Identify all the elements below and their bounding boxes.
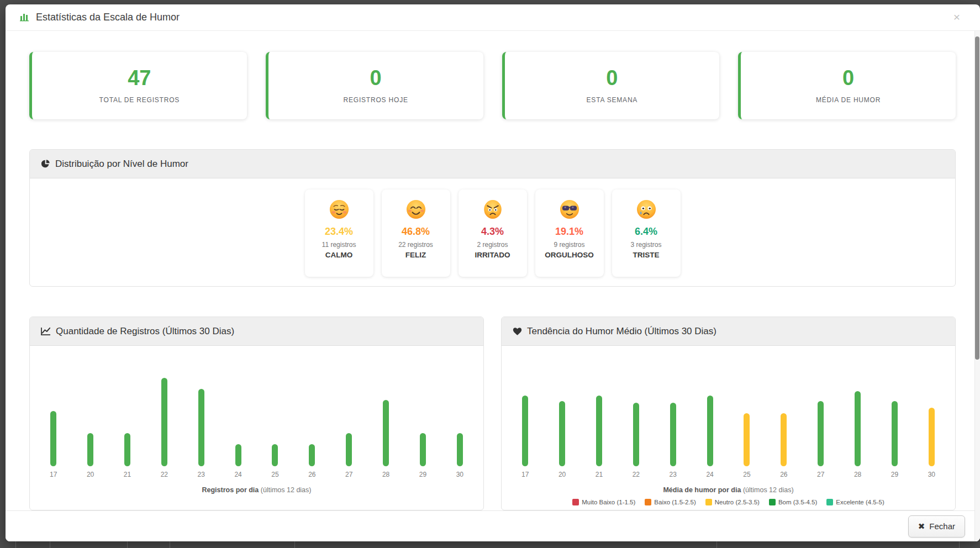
mood-name: ORGULHOSO	[535, 251, 604, 259]
legend-label: Neutro (2.5-3.5)	[715, 499, 760, 505]
backdrop-table-line	[127, 540, 128, 548]
legend-label: Baixo (1.5-2.5)	[654, 499, 696, 505]
stat-value: 47	[128, 67, 151, 89]
stat-card-average: 0 MÉDIA DE HUMOR	[738, 52, 956, 119]
bar	[818, 401, 824, 466]
scrollbar-track[interactable]	[974, 31, 980, 541]
heart-icon	[513, 327, 522, 336]
stat-label: MÉDIA DE HUMOR	[816, 96, 881, 104]
bar	[198, 389, 204, 466]
bar-x-label: 29	[891, 471, 898, 478]
stat-value: 0	[606, 67, 618, 89]
legend-swatch-icon	[645, 499, 651, 505]
bar-x-label: 25	[743, 471, 750, 478]
bar-column: 25	[271, 444, 278, 478]
stats-row: 47 TOTAL DE REGISTROS 0 REGISTROS HOJE 0…	[29, 52, 956, 119]
statistics-modal: Estatísticas da Escala de Humor × 47 TOT…	[6, 4, 980, 541]
legend-item: Excelente (4.5-5)	[826, 499, 884, 505]
legend-swatch-icon	[826, 499, 833, 505]
fechar-button[interactable]: ✖ Fechar	[908, 515, 965, 538]
humor-chart-legend: Muito Baixo (1-1.5)Baixo (1.5-2.5)Neutro…	[502, 499, 955, 505]
close-icon[interactable]: ×	[953, 11, 960, 23]
mood-name: TRISTE	[612, 251, 681, 259]
mood-count: 2 registros	[459, 241, 527, 249]
bar	[855, 391, 861, 466]
mood-count: 3 registros	[612, 241, 681, 249]
bar-column: 21	[124, 433, 131, 478]
stat-card-today: 0 REGISTROS HOJE	[266, 52, 483, 119]
bar	[596, 396, 602, 466]
legend-label: Muito Baixo (1-1.5)	[582, 499, 635, 505]
fechar-label: Fechar	[929, 521, 955, 531]
legend-item: Baixo (1.5-2.5)	[645, 499, 696, 505]
bar-column: 28	[382, 400, 389, 478]
humor-chart-card: Tendência do Humor Médio (Últimos 30 Dia…	[501, 317, 956, 510]
bar	[929, 408, 935, 466]
mood-card-orgulhoso: 19.1% 9 registros ORGULHOSO	[535, 189, 604, 277]
modal-title: Estatísticas da Escala de Humor	[36, 12, 180, 23]
bar-column: 24	[706, 396, 713, 478]
mood-count: 9 registros	[535, 241, 604, 249]
bar-x-label: 29	[419, 471, 426, 478]
bar	[124, 433, 130, 466]
legend-label: Bom (3.5-4.5)	[778, 499, 817, 505]
distribution-header: Distribuição por Nível de Humor	[30, 150, 955, 178]
mood-card-irritado: 4.3% 2 registros IRRITADO	[459, 189, 527, 277]
bar-x-label: 27	[817, 471, 824, 478]
bar-x-label: 26	[780, 471, 787, 478]
legend-label: Excelente (4.5-5)	[836, 499, 884, 505]
bar-x-label: 26	[308, 471, 315, 478]
bar	[383, 400, 389, 466]
bar	[559, 401, 565, 466]
bar	[272, 444, 278, 466]
bar-x-label: 24	[706, 471, 713, 478]
scrollbar-thumb[interactable]	[975, 36, 979, 360]
bar-column: 22	[161, 378, 168, 478]
mood-percent: 46.8%	[382, 226, 450, 238]
humor-chart-header: Tendência do Humor Médio (Últimos 30 Dia…	[502, 317, 955, 346]
bar-x-label: 24	[234, 471, 241, 478]
legend-item: Neutro (2.5-3.5)	[705, 499, 760, 505]
mood-percent: 23.4%	[305, 226, 373, 238]
stat-label: TOTAL DE REGISTROS	[99, 96, 180, 104]
bar	[235, 444, 241, 466]
stat-card-total: 47 TOTAL DE REGISTROS	[29, 52, 247, 119]
bar-column: 29	[891, 401, 898, 478]
registros-chart-card: Quantidade de Registros (Últimos 30 Dias…	[29, 317, 484, 510]
bar	[707, 396, 713, 466]
backdrop-table-line	[959, 540, 960, 548]
mood-name: FELIZ	[382, 251, 450, 259]
bar-x-label: 22	[633, 471, 640, 478]
mood-card-calmo: 23.4% 11 registros CALMO	[305, 189, 373, 277]
relieved-face-icon	[305, 198, 373, 221]
bar-chart-icon	[20, 12, 30, 24]
bar-column: 28	[854, 391, 861, 478]
caption-rest: (últimos 12 dias)	[259, 486, 311, 494]
bar-column: 29	[419, 433, 426, 478]
smiling-face-icon	[382, 198, 450, 221]
backdrop-table-line	[170, 540, 170, 548]
bar-x-label: 23	[670, 471, 677, 478]
mood-name: IRRITADO	[459, 251, 527, 259]
mood-card-triste: 6.4% 3 registros TRISTE	[612, 189, 681, 277]
bar	[309, 444, 315, 466]
stat-value: 0	[370, 67, 382, 89]
bar-column: 26	[780, 413, 787, 478]
mood-percent: 4.3%	[459, 226, 527, 238]
registros-chart-title: Quantidade de Registros (Últimos 30 Dias…	[56, 326, 234, 337]
stat-value: 0	[842, 67, 854, 89]
bar-column: 20	[559, 401, 566, 478]
bar-column: 17	[50, 411, 57, 478]
bar-x-label: 28	[382, 471, 389, 478]
legend-item: Muito Baixo (1-1.5)	[572, 499, 635, 505]
bar	[781, 413, 787, 466]
backdrop-table-line	[294, 540, 295, 548]
bar	[87, 433, 93, 466]
charts-row: Quantidade de Registros (Últimos 30 Dias…	[29, 317, 956, 510]
bar	[420, 433, 426, 466]
bar	[346, 433, 352, 466]
humor-chart-plot: 172021222324252627282930	[502, 368, 955, 478]
bar-column: 26	[308, 444, 315, 478]
bar-x-label: 25	[271, 471, 278, 478]
bar-column: 30	[456, 433, 463, 478]
